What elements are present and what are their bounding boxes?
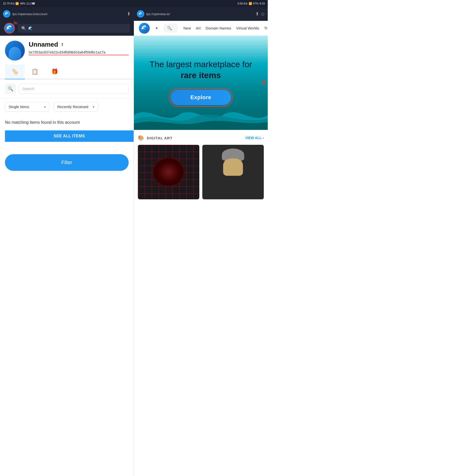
- tab-activity[interactable]: 📋: [25, 64, 45, 79]
- tab-logo-right: 🌊: [137, 10, 144, 18]
- eth-icon: ◇: [261, 11, 265, 17]
- main-split: Unnamed ⬆ 0x7353a1637eb22cd34fb89b816a64…: [0, 36, 268, 476]
- tab-items[interactable]: 🏷️: [5, 64, 25, 79]
- items-search-input[interactable]: [23, 87, 125, 91]
- url-right: tps://opensea.io/: [146, 12, 253, 16]
- nav-link-art[interactable]: Art: [196, 26, 201, 30]
- view-all-arrow: ›: [263, 136, 264, 140]
- empty-message: No matching items found in this account: [5, 120, 129, 125]
- left-nav-search[interactable]: 🔍: [18, 24, 130, 33]
- tag-icon: 🏷️: [12, 68, 18, 75]
- view-all-text: VIEW ALL: [245, 136, 262, 140]
- signal-icon-right: 📶: [249, 2, 252, 5]
- gift-icon: 🎁: [51, 68, 58, 75]
- profile-name-row: Unnamed ⬆: [29, 41, 129, 48]
- left-nav-search-input[interactable]: [28, 26, 126, 30]
- empty-state: No matching items found in this account: [0, 115, 134, 127]
- share-icon-left[interactable]: ⬆: [127, 11, 131, 17]
- art-blob: [154, 158, 183, 186]
- nav-link-new[interactable]: New: [183, 26, 191, 30]
- art-figure: [218, 149, 248, 196]
- art-grid: [138, 145, 264, 199]
- type-dropdown-arrow: ▾: [44, 105, 46, 109]
- hero-title: The largest marketplace for rare items: [149, 59, 252, 81]
- art-figure-head: [223, 158, 243, 176]
- profile-header: Unnamed ⬆ 0x7353a1637eb22cd34fb89b816a64…: [0, 36, 134, 64]
- profile-name: Unnamed: [29, 41, 58, 48]
- type-filter-label: Single Items: [9, 105, 29, 109]
- nav-links: New Art Domain Names Virtual Worlds Trad…: [183, 26, 268, 30]
- logo-container[interactable]: 🌊 3c: [4, 23, 15, 34]
- right-panel: The largest marketplace for rare items E…: [134, 36, 268, 476]
- left-nav: 🌊 3c 🔍: [0, 21, 134, 36]
- type-filter-dropdown[interactable]: Single Items ▾: [5, 102, 50, 112]
- browser-tab-right[interactable]: 🌊 tps://opensea.io/ ⬆ ◇: [134, 7, 268, 21]
- hero-title-line2: rare items: [181, 70, 221, 80]
- time-right: 9:19: [260, 2, 265, 5]
- profile-info: Unnamed ⬆ 0x7353a1637eb22cd34fb89b816a64…: [29, 41, 129, 55]
- digital-art-section: 🎨 DIGITAL ART VIEW ALL ›: [134, 130, 268, 204]
- explore-button[interactable]: Explore: [171, 90, 231, 105]
- status-left: 22.75 K/s 📶 49% 11:2☎: [3, 2, 35, 5]
- right-nav-search[interactable]: 🔍: [164, 24, 178, 32]
- search-icon-left-nav: 🔍: [21, 26, 26, 31]
- section-title: 🎨 DIGITAL ART: [138, 135, 173, 141]
- browser-chrome: 🌊 tps://opensea.io/account ⬆ 🌊 tps://ope…: [0, 7, 268, 21]
- nav-link-trading[interactable]: Trading Cards: [264, 26, 268, 30]
- filter-row: Single Items ▾ Recently Received ▾: [0, 98, 134, 115]
- nav-dropdown-arrow[interactable]: ▾: [156, 26, 158, 30]
- avatar-inner: [9, 47, 21, 60]
- signal-icon: 📶: [15, 2, 19, 5]
- search-input-container[interactable]: [19, 84, 129, 94]
- hero-title-line1: The largest marketplace for: [149, 60, 252, 69]
- art-card-1[interactable]: [138, 145, 199, 199]
- speed-right: 0.00 K/s: [238, 2, 247, 5]
- nav-link-virtual[interactable]: Virtual Worlds: [236, 26, 259, 30]
- wallet-address[interactable]: 0x7353a1637eb22cd34fb89b816a64f59d6c1a17…: [29, 50, 129, 55]
- time-left: 11:2☎: [27, 2, 35, 5]
- status-bar: 22.75 K/s 📶 49% 11:2☎ 0.00 K/s 📶 67% 9:1…: [0, 0, 268, 7]
- status-right: 0.00 K/s 📶 67% 9:19: [238, 2, 265, 5]
- tab-logo-left: 🌊: [3, 10, 10, 18]
- see-all-button[interactable]: SEE ALL ITEMS: [5, 130, 134, 142]
- section-header: 🎨 DIGITAL ART VIEW ALL ›: [138, 135, 264, 141]
- battery-right: 67%: [253, 2, 259, 5]
- tab-offers[interactable]: 🎁: [45, 64, 64, 79]
- tab-bar: 🏷️ 📋 🎁: [0, 64, 134, 79]
- search-icon-button[interactable]: 🔍: [5, 83, 16, 94]
- battery-left: 49%: [20, 2, 25, 5]
- browser-tab-left[interactable]: 🌊 tps://opensea.io/account ⬆: [0, 7, 134, 21]
- sort-dropdown-arrow: ▾: [93, 105, 94, 109]
- list-icon: 📋: [31, 68, 38, 75]
- share-icon-right[interactable]: ⬆: [255, 11, 259, 17]
- search-icon: 🔍: [8, 86, 13, 91]
- speed-left: 22.75 K/s: [3, 2, 14, 5]
- search-row: 🔍: [0, 79, 134, 98]
- avatar: [5, 41, 25, 60]
- filter-button[interactable]: Filter: [5, 154, 129, 171]
- annotation-4: 4: [261, 79, 265, 87]
- hero-section: The largest marketplace for rare items E…: [134, 36, 268, 130]
- right-nav: 🌊 ▾ 🔍 New Art Domain Names Virtual World…: [134, 21, 268, 36]
- url-left: tps://opensea.io/account: [12, 12, 125, 16]
- palette-icon: 🎨: [138, 135, 144, 141]
- filter-btn-container: Filter: [0, 142, 134, 176]
- right-opensea-logo[interactable]: 🌊: [139, 23, 150, 34]
- art-card-2[interactable]: [202, 145, 264, 199]
- section-title-text: DIGITAL ART: [147, 136, 173, 140]
- view-all-link[interactable]: VIEW ALL ›: [245, 136, 264, 140]
- search-icon-right-nav: 🔍: [167, 26, 172, 30]
- explore-btn-wrapper: Explore: [169, 88, 233, 107]
- sort-filter-label: Recently Received: [57, 105, 88, 109]
- nav-link-domain[interactable]: Domain Names: [206, 26, 231, 30]
- red-badge: 3c: [13, 21, 18, 25]
- left-panel: Unnamed ⬆ 0x7353a1637eb22cd34fb89b816a64…: [0, 36, 134, 476]
- sort-filter-dropdown[interactable]: Recently Received ▾: [54, 102, 98, 112]
- profile-share-button[interactable]: ⬆: [60, 42, 64, 47]
